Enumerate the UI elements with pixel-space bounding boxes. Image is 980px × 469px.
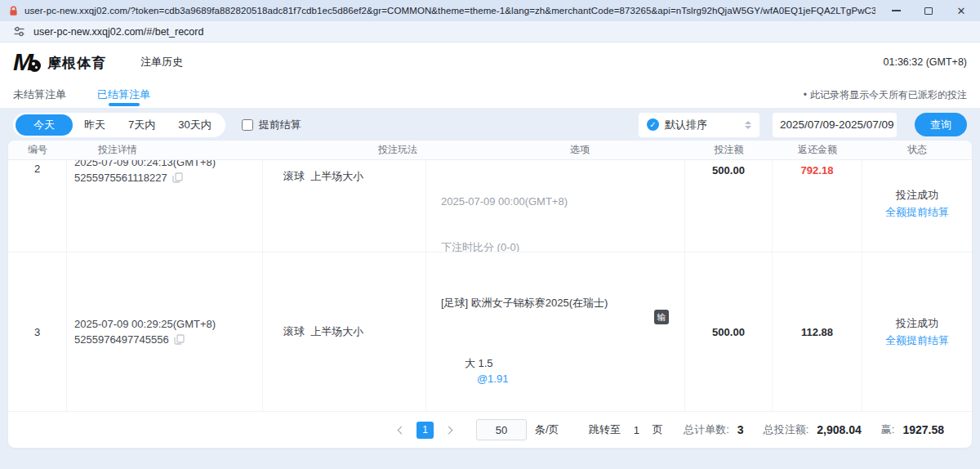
date-range-pills: 今天 昨天 7天内 30天内 [13,113,225,137]
total-count-label: 总计单数: [684,422,729,437]
tab-unsettled[interactable]: 未结算注单 [13,82,66,108]
bet-no: 2 [8,160,67,252]
prev-page-button[interactable] [392,422,408,438]
match-time: 2025-07-09 00:00(GMT+8) [441,194,684,210]
bet-id: 5255975561118227 [74,170,167,185]
play-type: 滚球 上半场大小 [263,252,426,411]
win-value: 1927.58 [902,423,944,436]
option-cell: 2025-07-09 00:00(GMT+8) 下注时比分 (0-0) 结果比分… [426,160,685,252]
col-header-play: 投注玩法 [263,143,426,157]
stake-amount: 500.00 [685,252,773,411]
status-text: 投注成功 [885,186,949,203]
bet-detail-cell: 2025-07-09 00:29:25(GMT+8) 5255976497745… [67,252,263,411]
table-row: 3 2025-07-09 00:29:25(GMT+8) 52559764977… [8,252,972,412]
copy-icon[interactable] [174,334,185,345]
odds-value[interactable]: @1.91 [477,373,509,385]
tab-settled[interactable]: 已结算注单 [97,82,150,108]
totals-summary: 总计单数: 3 总投注额: 2,908.04 赢: 1927.58 [684,422,956,437]
bet-time: 2025-07-09 00:29:25(GMT+8) [74,316,216,332]
full-early-settle-link[interactable]: 全额提前结算 [885,332,949,349]
page-size-input[interactable] [476,419,527,440]
window-titlebar: user-pc-new.xxqj02.com/?token=cdb3a9689f… [0,0,980,21]
filter-bar: 今天 昨天 7天内 30天内 提前结算 ✓ 默认排序 2025/07/09-20… [0,109,980,141]
window-title-url: user-pc-new.xxqj02.com/?token=cdb3a9689f… [24,6,875,16]
col-header-option: 选项 [426,143,685,157]
search-button[interactable]: 查询 [915,113,967,136]
total-stake-label: 总投注额: [764,422,809,437]
soccer-ball-icon [29,60,41,72]
bet-table-card: 编号 投注详情 投注玩法 选项 投注额 返还金额 状态 2 2025-07-09… [8,141,972,448]
selection: 大 1.5 [465,357,493,369]
address-bar: user-pc-new.xxqj02.com/#/bet_record [0,21,980,42]
status-text: 投注成功 [885,315,949,332]
minimize-button[interactable] [890,5,902,16]
return-amount: 112.88 [773,252,862,411]
bet-detail-cell: 2025-07-09 00:24:13(GMT+8) 5255975561118… [67,160,263,252]
early-settlement-label: 提前结算 [259,118,301,132]
pill-7days[interactable]: 7天内 [117,114,167,136]
total-count-value: 3 [737,423,744,436]
per-page-label: 条/页 [535,422,559,437]
col-header-status: 状态 [862,143,972,157]
col-header-no: 编号 [8,143,67,157]
col-header-detail: 投注详情 [67,143,263,157]
stake-amount: 500.00 [685,160,773,252]
sort-check-icon: ✓ [647,118,659,131]
col-header-return: 返还金额 [773,143,862,157]
full-early-settle-link[interactable]: 全额提前结算 [885,203,949,221]
score-at-bet: 下注时比分 (0-0) [441,240,684,252]
bet-id: 5255976497745556 [74,332,169,347]
sort-selected-value: 默认排序 [665,118,745,132]
lock-icon [8,6,19,16]
status-cell: 投注成功 全额提前结算 [862,160,972,252]
table-row: 2 2025-07-09 00:24:13(GMT+8) 52559755611… [8,160,972,252]
server-clock: 01:36:32 (GMT+8) [884,56,967,68]
maximize-button[interactable] [923,5,934,16]
active-tab-underline [109,103,140,106]
col-header-stake: 投注额 [685,143,773,157]
total-stake-value: 2,908.04 [817,423,862,436]
close-button[interactable]: ✕ [956,5,967,16]
page-unit-label: 页 [653,422,663,437]
record-note: •此记录将显示今天所有已派彩的投注 [804,88,967,102]
option-cell: [足球] 欧洲女子锦标赛2025(在瑞士) 大 1.5 @1.91 滚球 上半场… [426,252,685,411]
pill-30days[interactable]: 30天内 [167,114,222,136]
sort-arrows-icon [745,121,751,129]
page-number-button[interactable]: 1 [416,422,434,439]
jump-page-value[interactable]: 1 [634,424,639,436]
app-header: M 摩根体育 注单历史 01:36:32 (GMT+8) [0,42,980,82]
status-cell: 投注成功 全额提前结算 [862,252,972,411]
nav-bet-history[interactable]: 注单历史 [140,55,183,69]
bet-no: 3 [8,252,67,411]
return-amount: 792.18 [773,160,862,252]
tabs-row: 未结算注单 已结算注单 •此记录将显示今天所有已派彩的投注 [0,82,980,109]
pill-today[interactable]: 今天 [16,114,73,136]
early-settlement-filter[interactable]: 提前结算 [242,118,301,132]
date-range-value: 2025/07/09-2025/07/09 [780,118,894,131]
bet-time: 2025-07-09 00:24:13(GMT+8) [74,160,262,170]
brand-logo: M 摩根体育 [13,51,106,73]
address-url[interactable]: user-pc-new.xxqj02.com/#/bet_record [33,26,203,38]
lose-badge: 输 [654,310,669,324]
pagination-bar: 1 条/页 跳转至 1 页 总计单数: 3 总投注额: 2,908.04 赢: … [8,412,972,448]
date-range-input[interactable]: 2025/07/09-2025/07/09 [773,113,897,137]
copy-icon[interactable] [172,172,183,183]
pill-yesterday[interactable]: 昨天 [73,114,117,136]
play-type: 滚球 上半场大小 [263,160,426,252]
table-header-row: 编号 投注详情 投注玩法 选项 投注额 返还金额 状态 [8,141,972,160]
site-settings-icon[interactable] [13,25,25,38]
brand-name: 摩根体育 [47,54,106,73]
jump-to-label: 跳转至 [589,422,621,437]
event-name: [足球] 欧洲女子锦标赛2025(在瑞士) [441,296,684,311]
win-label: 赢: [881,422,895,437]
early-settlement-checkbox[interactable] [242,119,253,131]
sort-select[interactable]: ✓ 默认排序 [639,113,760,137]
next-page-button[interactable] [442,422,458,438]
